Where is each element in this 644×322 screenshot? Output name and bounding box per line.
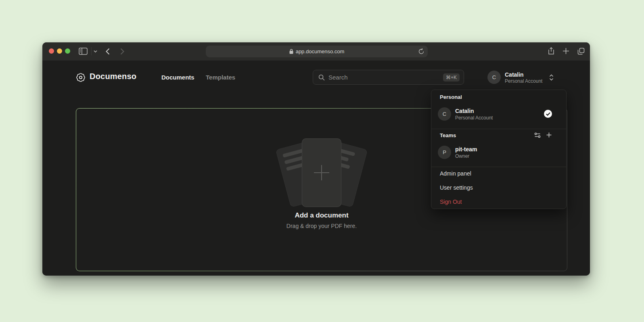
selected-check-icon bbox=[544, 110, 552, 118]
chevrons-up-down-icon[interactable] bbox=[549, 74, 554, 82]
minimize-window-button[interactable] bbox=[57, 48, 62, 54]
documenso-logo-icon bbox=[76, 73, 86, 82]
back-button-icon[interactable] bbox=[106, 48, 110, 55]
menu-item-user-settings[interactable]: User settings bbox=[440, 184, 473, 191]
search-icon bbox=[318, 74, 325, 81]
brand-name[interactable]: Documenso bbox=[90, 72, 136, 81]
menu-divider bbox=[431, 167, 566, 167]
document-cards-illustration bbox=[279, 138, 364, 207]
dropzone-subtitle: Drag & drop your PDF here. bbox=[76, 223, 567, 229]
menu-section-teams: Teams bbox=[440, 132, 456, 138]
address-bar[interactable]: app.documenso.com bbox=[206, 46, 428, 57]
account-dropdown-menu: Personal C Catalin Personal Account Team… bbox=[431, 90, 567, 209]
tab-overview-icon[interactable] bbox=[577, 48, 585, 55]
app-content: Documenso Documents Templates ⌘+K C Cata… bbox=[42, 61, 590, 276]
search-bar[interactable]: ⌘+K bbox=[313, 70, 464, 85]
menu-item-sign-out[interactable]: Sign Out bbox=[440, 199, 462, 205]
toolbar-divider bbox=[91, 47, 92, 55]
plus-icon bbox=[312, 163, 331, 182]
forward-button-icon[interactable] bbox=[120, 48, 124, 55]
nav-templates[interactable]: Templates bbox=[206, 74, 235, 81]
account-name[interactable]: Catalin bbox=[505, 71, 524, 78]
nav-documents[interactable]: Documents bbox=[161, 74, 194, 81]
new-tab-icon[interactable] bbox=[562, 48, 569, 54]
menu-item-admin-panel[interactable]: Admin panel bbox=[440, 170, 471, 177]
zoom-window-button[interactable] bbox=[65, 48, 70, 54]
personal-account-description: Personal Account bbox=[455, 115, 493, 121]
team-role: Owner bbox=[455, 153, 469, 159]
sidebar-toggle-icon[interactable] bbox=[79, 48, 88, 55]
reload-icon[interactable] bbox=[418, 48, 424, 56]
search-shortcut-badge: ⌘+K bbox=[443, 73, 460, 82]
menu-divider bbox=[431, 129, 566, 129]
search-input[interactable] bbox=[328, 74, 443, 81]
lock-icon bbox=[289, 49, 293, 54]
personal-account-name[interactable]: Catalin bbox=[455, 108, 474, 114]
url-text: app.documenso.com bbox=[296, 48, 345, 54]
dropzone-title: Add a document bbox=[76, 211, 567, 220]
create-team-plus-icon[interactable] bbox=[546, 132, 552, 140]
team-avatar: P bbox=[438, 146, 451, 159]
browser-toolbar: app.documenso.com bbox=[42, 42, 590, 61]
personal-account-avatar: C bbox=[438, 107, 451, 121]
menu-section-personal: Personal bbox=[440, 94, 462, 100]
close-window-button[interactable] bbox=[49, 48, 54, 54]
sidebar-menu-chevron-icon[interactable] bbox=[94, 50, 97, 53]
account-avatar[interactable]: C bbox=[487, 71, 501, 84]
team-name[interactable]: pit-team bbox=[455, 146, 477, 153]
document-card-center bbox=[302, 138, 341, 207]
share-icon[interactable] bbox=[548, 47, 554, 55]
account-type: Personal Account bbox=[505, 78, 542, 84]
manage-teams-icon[interactable] bbox=[534, 132, 541, 140]
browser-window: app.documenso.com bbox=[42, 42, 590, 276]
